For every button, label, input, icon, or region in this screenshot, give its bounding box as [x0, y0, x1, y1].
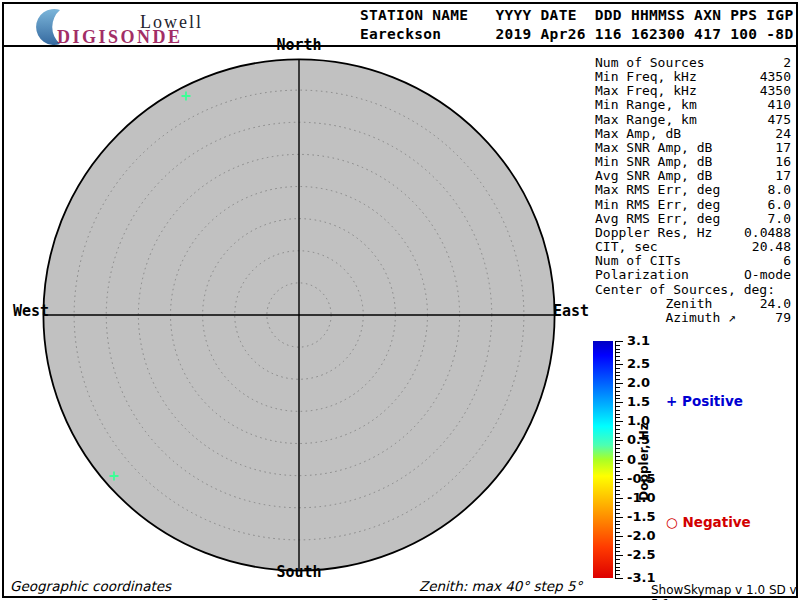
colorbar-tick-label: 2.5 — [627, 357, 650, 371]
legend-negative: ○ Negative — [666, 514, 751, 530]
colorbar-minor-tick — [615, 490, 620, 491]
info-row: Max Amp, dB24 — [595, 127, 791, 141]
info-row: Azimuth ↗79 — [595, 311, 791, 325]
colorbar-minor-tick — [615, 528, 620, 529]
info-panel: Num of Sources2Min Freq, kHz4350Max Freq… — [595, 56, 791, 325]
colorbar-major-tick — [615, 555, 623, 556]
colorbar-major-tick — [615, 364, 623, 365]
colorbar-minor-tick — [615, 467, 620, 468]
footer-coordinates-label: Geographic coordinates — [10, 578, 171, 594]
colorbar-minor-tick — [615, 570, 620, 571]
colorbar-minor-tick — [615, 398, 620, 399]
colorbar-tick-label: -2.5 — [627, 548, 655, 562]
colorbar-minor-tick — [615, 544, 620, 545]
colorbar-minor-tick — [615, 360, 620, 361]
colorbar-tick-label: -1.5 — [627, 510, 655, 524]
colorbar-tick-label: 2.0 — [627, 376, 650, 390]
colorbar-minor-tick — [615, 414, 620, 415]
colorbar-minor-tick — [615, 574, 620, 575]
info-row: Min SNR Amp, dB16 — [595, 155, 791, 169]
colorbar-tick-label: 3.1 — [627, 334, 650, 348]
compass-north-label: North — [276, 36, 321, 54]
header-station-values: Eareckson 2019 Apr26 116 162300 417 100 … — [360, 24, 793, 44]
colorbar-minor-tick — [615, 372, 620, 373]
header-column-names: STATION NAME YYYY DATE DDD HHMMSS AXN PP… — [360, 5, 793, 25]
colorbar-tick-label: 0 — [627, 453, 636, 467]
info-row: Max Range, km475 — [595, 113, 791, 127]
info-row: Center of Sources, deg: — [595, 283, 791, 297]
colorbar-minor-tick — [615, 425, 620, 426]
colorbar-minor-tick — [615, 456, 620, 457]
info-row: Min RMS Err, deg6.0 — [595, 198, 791, 212]
colorbar-minor-tick — [615, 356, 620, 357]
colorbar-tick-label: 1.5 — [627, 395, 650, 409]
info-row: Num of Sources2 — [595, 56, 791, 70]
colorbar-minor-tick — [615, 410, 620, 411]
colorbar-major-tick — [615, 536, 623, 537]
colorbar-major-tick — [615, 440, 623, 441]
skymap-polar-plot — [42, 58, 556, 572]
colorbar-minor-tick — [615, 406, 620, 407]
footer-version-label: ShowSkymap v 1.0 SD v 5.1 — [651, 583, 800, 600]
colorbar-minor-tick — [615, 379, 620, 380]
colorbar-minor-tick — [615, 463, 620, 464]
colorbar-tick-label: -2.0 — [627, 529, 655, 543]
compass-south-label: South — [276, 563, 321, 581]
info-row: Zenith24.0 — [595, 297, 791, 311]
colorbar-major-tick — [615, 421, 623, 422]
colorbar-major-tick — [615, 479, 623, 480]
colorbar-minor-tick — [615, 509, 620, 510]
colorbar-minor-tick — [615, 444, 620, 445]
info-row: Num of CITs6 — [595, 254, 791, 268]
colorbar-major-tick — [615, 383, 623, 384]
colorbar-minor-tick — [615, 551, 620, 552]
footer-zenith-scale-label: Zenith: max 40° step 5° — [419, 578, 582, 594]
colorbar-minor-tick — [615, 352, 620, 353]
compass-east-label: East — [553, 302, 589, 320]
colorbar-minor-tick — [615, 475, 620, 476]
info-row: Avg RMS Err, deg7.0 — [595, 212, 791, 226]
colorbar-major-tick — [615, 402, 623, 403]
colorbar-major-tick — [615, 578, 623, 579]
colorbar-major-tick — [615, 341, 623, 342]
colorbar-minor-tick — [615, 513, 620, 514]
colorbar-minor-tick — [615, 563, 620, 564]
info-row: Avg SNR Amp, dB17 — [595, 169, 791, 183]
colorbar-minor-tick — [615, 452, 620, 453]
colorbar-minor-tick — [615, 417, 620, 418]
colorbar-minor-tick — [615, 345, 620, 346]
colorbar-minor-tick — [615, 375, 620, 376]
colorbar-minor-tick — [615, 433, 620, 434]
colorbar-major-tick — [615, 460, 623, 461]
colorbar-minor-tick — [615, 349, 620, 350]
info-row: Min Range, km410 — [595, 98, 791, 112]
info-row: Min Freq, kHz4350 — [595, 70, 791, 84]
info-row: Max Freq, kHz4350 — [595, 84, 791, 98]
colorbar-minor-tick — [615, 524, 620, 525]
info-row: Doppler Res, Hz0.0488 — [595, 226, 791, 240]
skymap-window: Lowell DIGISONDE STATION NAME YYYY DATE … — [0, 0, 800, 600]
colorbar-minor-tick — [615, 448, 620, 449]
info-row: CIT, sec20.48 — [595, 240, 791, 254]
colorbar-major-tick — [615, 517, 623, 518]
colorbar-minor-tick — [615, 505, 620, 506]
colorbar-minor-tick — [615, 494, 620, 495]
colorbar-minor-tick — [615, 486, 620, 487]
info-row: PolarizationO-mode — [595, 268, 791, 282]
legend-positive: + Positive — [666, 393, 743, 409]
info-row: Max SNR Amp, dB17 — [595, 141, 791, 155]
colorbar-minor-tick — [615, 540, 620, 541]
info-row: Max RMS Err, deg8.0 — [595, 183, 791, 197]
doppler-colorbar — [593, 341, 613, 578]
colorbar-minor-tick — [615, 368, 620, 369]
colorbar-minor-tick — [615, 502, 620, 503]
colorbar-minor-tick — [615, 567, 620, 568]
colorbar-minor-tick — [615, 547, 620, 548]
colorbar-minor-tick — [615, 437, 620, 438]
colorbar-minor-tick — [615, 391, 620, 392]
colorbar-minor-tick — [615, 395, 620, 396]
colorbar-major-tick — [615, 498, 623, 499]
colorbar-minor-tick — [615, 471, 620, 472]
compass-west-label: West — [13, 302, 49, 320]
colorbar-minor-tick — [615, 521, 620, 522]
